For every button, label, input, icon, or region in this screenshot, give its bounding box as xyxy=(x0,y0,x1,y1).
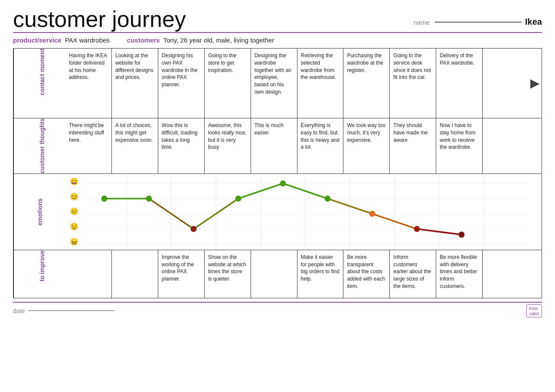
contact-cell-5: Retrieving the selected wardrobe from th… xyxy=(297,49,344,118)
thoughts-cells-row: There might be interesting stuff here. A… xyxy=(65,118,529,173)
emotions-container: 😄 😊 😐 😟 😖 xyxy=(65,174,529,250)
header-divider xyxy=(13,32,542,33)
emoji-happy: 😄 xyxy=(68,178,80,185)
improve-label: to improve xyxy=(13,250,65,298)
emotion-point-6 xyxy=(369,211,375,217)
date-area: date xyxy=(13,307,115,314)
thoughts-cell-9 xyxy=(483,118,529,173)
improve-section: to improve Improve the working of the on… xyxy=(13,250,542,298)
logo-area: innovalor xyxy=(526,304,542,317)
contact-cell-1: Looking at the website for different des… xyxy=(112,49,158,118)
emotion-point-8 xyxy=(459,232,465,238)
improve-cell-0 xyxy=(65,250,112,298)
name-label: name xyxy=(414,19,430,26)
arrow-cell-thoughts xyxy=(529,118,542,173)
page: customer journey name Ikea product/servi… xyxy=(0,0,555,322)
thoughts-label: customer thoughts xyxy=(13,118,65,173)
contact-cell-9 xyxy=(483,49,529,118)
thoughts-cell-3: Awesome, this looks really nice, but it … xyxy=(205,118,251,173)
emoji-labels: 😄 😊 😐 😟 😖 xyxy=(65,174,82,250)
improve-cell-4 xyxy=(251,250,297,298)
emotion-point-1 xyxy=(146,196,152,202)
emotions-section: emotions 😄 😊 😐 😟 😖 xyxy=(13,174,542,250)
chart-area xyxy=(82,174,529,250)
contact-section: contact moment Having the IKEA folder de… xyxy=(13,49,542,118)
emotion-point-4 xyxy=(280,180,286,186)
right-arrow-icon: ▶ xyxy=(530,77,540,89)
improve-cell-9 xyxy=(483,250,529,298)
meta-row: product/service PAX wardrobes customers … xyxy=(13,36,542,44)
emotion-point-5 xyxy=(325,196,331,202)
product-label: product/service xyxy=(13,36,62,44)
main-grid: contact moment Having the IKEA folder de… xyxy=(13,48,542,298)
improve-cells-row: Improve the working of the online PAX pl… xyxy=(65,250,529,298)
thoughts-cell-7: They should have made me aware xyxy=(390,118,436,173)
arrow-cell-improve xyxy=(529,250,542,298)
name-line xyxy=(435,22,522,23)
thoughts-cell-0: There might be interesting stuff here. xyxy=(65,118,112,173)
improve-cell-2: Improve the working of the online PAX pl… xyxy=(158,250,205,298)
contact-label: contact moment xyxy=(13,49,65,118)
emoji-very-sad: 😖 xyxy=(68,238,80,245)
contact-cell-3: Going to the store to get inspiration. xyxy=(205,49,251,118)
emotions-label: emotions xyxy=(13,174,65,250)
header: customer journey name Ikea xyxy=(13,8,542,30)
thoughts-cell-4: This is much easier. xyxy=(251,118,297,173)
thoughts-cell-1: A lot of choices, this might get expensi… xyxy=(112,118,158,173)
improve-cell-1 xyxy=(112,250,158,298)
contact-cell-0: Having the IKEA folder delivered at his … xyxy=(65,49,112,118)
emoji-neutral: 😐 xyxy=(68,208,80,215)
improve-cell-7: Inform customers earlier about the large… xyxy=(390,250,436,298)
name-area: name Ikea xyxy=(414,17,542,30)
contact-cell-6: Purchasing the wardrobe at the register. xyxy=(343,49,390,118)
emotion-point-3 xyxy=(235,196,242,202)
improve-cell-5: Make it easier for people with big order… xyxy=(297,250,344,298)
thoughts-section: customer thoughts There might be interes… xyxy=(13,118,542,174)
date-line xyxy=(28,310,115,311)
customers-value: Tony, 26 year old, male, living together xyxy=(163,36,274,44)
emotions-chart xyxy=(82,174,529,250)
contact-cell-4: Designing the wardrobe together with an … xyxy=(251,49,297,118)
name-value: Ikea xyxy=(525,17,542,28)
contact-cells-row: Having the IKEA folder delivered at his … xyxy=(65,49,529,118)
emotion-point-0 xyxy=(101,196,108,202)
product-value: PAX wardrobes xyxy=(65,36,110,44)
improve-cell-8: Be more flexible with delivery times and… xyxy=(436,250,483,298)
thoughts-cell-5: Everything is easy to find, but this is … xyxy=(297,118,344,173)
thoughts-cell-8: Now I have to stay home from work to rec… xyxy=(436,118,483,173)
thoughts-cell-6: We took way too much, it's very expensiv… xyxy=(343,118,390,173)
contact-cell-8: Delivery of the PAX wardrobe. xyxy=(436,49,483,118)
contact-cell-2: Designing his own PAX wardrobe in the on… xyxy=(158,49,205,118)
improve-cell-6: Be more transparent about the costs adde… xyxy=(343,250,390,298)
improve-cell-3: Show on the website at which times the s… xyxy=(205,250,251,298)
customers-label: customers xyxy=(127,36,160,44)
arrow-cell-emotions xyxy=(529,174,542,250)
emotion-point-2 xyxy=(191,226,197,232)
emotion-point-7 xyxy=(414,226,420,232)
date-label: date xyxy=(13,307,25,314)
emoji-sad: 😟 xyxy=(68,223,80,230)
arrow-cell: ▶ xyxy=(529,49,542,118)
contact-cell-7: Going to the service desk since it does … xyxy=(390,49,436,118)
emoji-smile: 😊 xyxy=(68,193,80,200)
page-title: customer journey xyxy=(13,8,186,30)
thoughts-cell-2: Wow this is difficult, loading takes a l… xyxy=(158,118,205,173)
footer: date innovalor xyxy=(13,302,542,317)
logo-text: innovalor xyxy=(529,306,539,316)
